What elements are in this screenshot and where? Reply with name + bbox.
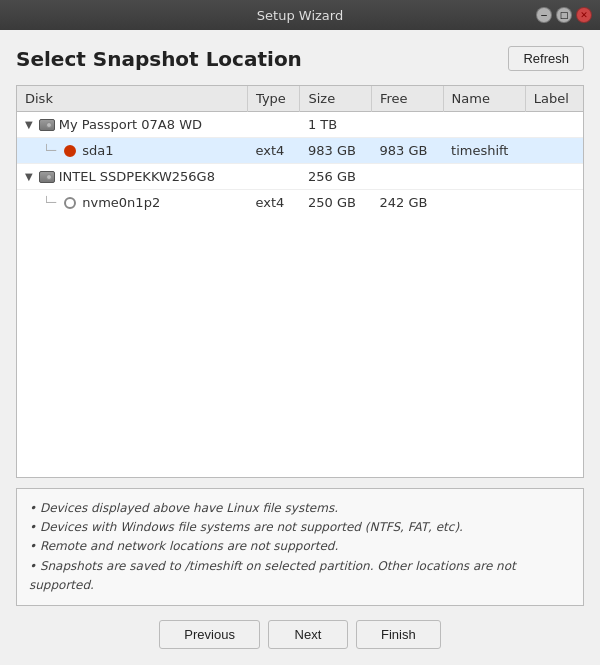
disk-name: INTEL SSDPEKKW256G8: [59, 169, 215, 184]
next-button[interactable]: Next: [268, 620, 348, 649]
table-header: Disk Type Size Free Name Label: [17, 86, 583, 112]
tree-line: └─: [43, 196, 56, 209]
radio-unselected-icon[interactable]: [64, 197, 76, 209]
col-size: Size: [300, 86, 372, 112]
disk-type: [248, 112, 300, 138]
disk-free: [371, 112, 443, 138]
disk-name-col: [443, 112, 525, 138]
disk-size: 256 GB: [300, 164, 372, 190]
col-disk: Disk: [17, 86, 248, 112]
partition-type: ext4: [248, 190, 300, 216]
partition-type: ext4: [248, 138, 300, 164]
expand-icon: ▼: [25, 171, 33, 182]
partition-name: nvme0n1p2: [82, 195, 160, 210]
disk-label: [525, 112, 583, 138]
header-row: Select Snapshot Location Refresh: [16, 46, 584, 71]
col-name: Name: [443, 86, 525, 112]
col-type: Type: [248, 86, 300, 112]
notes-box: • Devices displayed above have Linux fil…: [16, 488, 584, 606]
radio-selected-icon[interactable]: [64, 145, 76, 157]
partition-label: [525, 190, 583, 216]
finish-button[interactable]: Finish: [356, 620, 441, 649]
partition-label: [525, 138, 583, 164]
note-line-3: • Remote and network locations are not s…: [29, 537, 571, 556]
disk-cell: ▼ My Passport 07A8 WD: [25, 117, 240, 132]
table-body: ▼ My Passport 07A8 WD 1 TB └: [17, 112, 583, 216]
note-line-2: • Devices with Windows file systems are …: [29, 518, 571, 537]
main-content: Select Snapshot Location Refresh Disk Ty…: [0, 30, 600, 665]
partition-name-col: [443, 190, 525, 216]
disk-cell: ▼ INTEL SSDPEKKW256G8: [25, 169, 240, 184]
disk-label: [525, 164, 583, 190]
partition-name: sda1: [82, 143, 113, 158]
disk-type: [248, 164, 300, 190]
hdd-icon: [39, 171, 55, 183]
disk-name: My Passport 07A8 WD: [59, 117, 202, 132]
table-row[interactable]: ▼ My Passport 07A8 WD 1 TB: [17, 112, 583, 138]
close-button[interactable]: ✕: [576, 7, 592, 23]
partition-free: 242 GB: [371, 190, 443, 216]
partition-free: 983 GB: [371, 138, 443, 164]
partition-size: 983 GB: [300, 138, 372, 164]
note-line-4: • Snapshots are saved to /timeshift on s…: [29, 557, 571, 595]
partition-cell: └─ nvme0n1p2: [25, 195, 240, 210]
window-controls[interactable]: − □ ✕: [536, 7, 592, 23]
maximize-button[interactable]: □: [556, 7, 572, 23]
window-title: Setup Wizard: [257, 8, 343, 23]
tree-line: └─: [43, 144, 56, 157]
partition-cell: └─ sda1: [25, 143, 240, 158]
note-line-1: • Devices displayed above have Linux fil…: [29, 499, 571, 518]
partition-name-col: timeshift: [443, 138, 525, 164]
disk-size: 1 TB: [300, 112, 372, 138]
disk-free: [371, 164, 443, 190]
snapshot-table-container: Disk Type Size Free Name Label ▼ My Pass…: [16, 85, 584, 478]
table-row[interactable]: └─ nvme0n1p2 ext4 250 GB 242 GB: [17, 190, 583, 216]
previous-button[interactable]: Previous: [159, 620, 260, 649]
page-title: Select Snapshot Location: [16, 47, 302, 71]
refresh-button[interactable]: Refresh: [508, 46, 584, 71]
table-row[interactable]: ▼ INTEL SSDPEKKW256G8 256 GB: [17, 164, 583, 190]
disk-name-col: [443, 164, 525, 190]
table-row[interactable]: └─ sda1 ext4 983 GB 983 GB timeshift: [17, 138, 583, 164]
bottom-buttons: Previous Next Finish: [16, 620, 584, 649]
col-label: Label: [525, 86, 583, 112]
col-free: Free: [371, 86, 443, 112]
hdd-icon: [39, 119, 55, 131]
titlebar: Setup Wizard − □ ✕: [0, 0, 600, 30]
expand-icon: ▼: [25, 119, 33, 130]
snapshot-table: Disk Type Size Free Name Label ▼ My Pass…: [17, 86, 583, 215]
partition-size: 250 GB: [300, 190, 372, 216]
minimize-button[interactable]: −: [536, 7, 552, 23]
